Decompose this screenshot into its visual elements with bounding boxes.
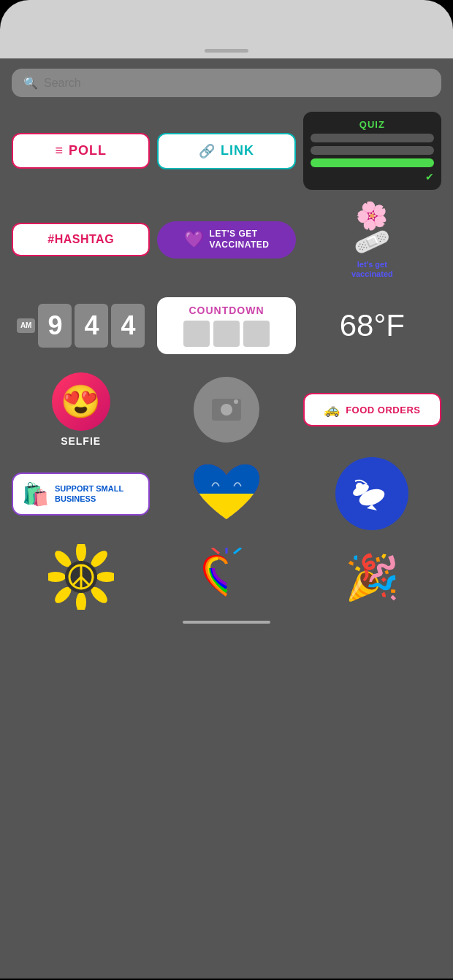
svg-point-8 [356,483,363,490]
ssb-sticker-cell[interactable]: 🛍️ SUPPORT SMALL BUSINESS [12,457,150,530]
quiz-sticker[interactable]: QUIZ ✔ [303,112,441,190]
temp-sticker[interactable]: 68°F [340,308,405,343]
vax-heart-icon: 💜 [184,230,204,249]
quiz-bar-2 [311,146,434,155]
time-hour: 9 [38,304,72,348]
food-label: FOOD ORDERS [346,405,420,416]
vaccinated-purple-sticker[interactable]: 💜 LET'S GET VACCINATED [157,221,295,259]
temp-sticker-cell[interactable]: 68°F [303,289,441,362]
time-min1: 4 [75,304,108,348]
link-icon: 🔗 [199,143,215,159]
ukraine-sticker-cell[interactable] [157,457,295,530]
rainbow-heart-cell[interactable] [157,540,295,613]
countdown-sticker[interactable]: COUNTDOWN [157,297,295,354]
countdown-block-3 [243,321,270,347]
ssb-text: SUPPORT SMALL BUSINESS [55,483,140,505]
ukraine-heart-svg [190,461,263,527]
poll-icon: ≡ [55,143,63,158]
hashtag-sticker-cell[interactable]: #HASHTAG [12,200,150,279]
svg-line-25 [234,548,241,554]
food-sticker-cell[interactable]: 🚕 FOOD ORDERS [303,372,441,447]
quiz-bar-3 [311,158,434,167]
poll-sticker-cell[interactable]: ≡ POLL [12,112,150,190]
svg-rect-3 [190,461,263,494]
poll-sticker[interactable]: ≡ POLL [12,133,150,169]
link-label: LINK [221,143,254,158]
sunflower-peace-svg [48,544,114,610]
vax-text: LET'S GET VACCINATED [210,229,270,251]
celebration-emoji: 🎉 [345,551,400,603]
dove-sticker-cell[interactable] [303,457,441,530]
countdown-blocks [183,321,270,347]
time-sticker-cell[interactable]: AM 9 4 4 [12,289,150,362]
quiz-check-icon: ✔ [311,171,434,183]
bandage-sticker[interactable]: 🌸 🩹 let's get vaccinated [351,200,393,279]
celebration-sticker[interactable]: 🎉 [345,551,400,603]
svg-line-23 [212,548,219,554]
selfie-sticker-cell[interactable]: 😍 SELFIE [12,372,150,447]
food-sticker[interactable]: 🚕 FOOD ORDERS [303,393,441,426]
bandage-caption: let's get vaccinated [351,260,393,279]
time-min2: 4 [111,304,145,348]
link-sticker-cell[interactable]: 🔗 LINK [157,112,295,190]
quiz-sticker-cell[interactable]: QUIZ ✔ [303,112,441,190]
hashtag-sticker[interactable]: #HASHTAG [12,223,150,256]
phone-wrapper: 🔍 ≡ POLL 🔗 LINK QUIZ [0,0,453,980]
hashtag-label: #HASHTAG [47,233,114,246]
search-bar[interactable]: 🔍 [12,69,441,97]
svg-point-16 [48,572,66,582]
search-icon: 🔍 [23,76,38,90]
time-am: AM [17,318,36,333]
link-sticker[interactable]: 🔗 LINK [157,133,295,169]
countdown-block-2 [213,321,240,347]
svg-point-14 [76,592,86,610]
bandage-icon: 🩹 [351,222,393,262]
food-icon: 🚕 [324,402,340,418]
bandage-sticker-cell[interactable]: 🌸 🩹 let's get vaccinated [303,200,441,279]
quiz-label: QUIZ [311,119,434,130]
rainbow-heart-sticker[interactable] [197,548,256,606]
time-sticker[interactable]: AM 9 4 4 [17,304,145,348]
selfie-sticker[interactable]: 😍 SELFIE [52,372,110,447]
ukraine-sticker[interactable] [190,461,263,527]
drag-handle [205,49,248,53]
countdown-sticker-cell[interactable]: COUNTDOWN [157,289,295,362]
selfie-circle: 😍 [52,372,110,431]
top-bar [0,0,453,58]
quiz-bar-1 [311,134,434,142]
dove-sticker[interactable] [335,457,408,530]
svg-rect-4 [190,494,263,527]
vaccinated-purple-cell[interactable]: 💜 LET'S GET VACCINATED [157,200,295,279]
celebration-sticker-cell[interactable]: 🎉 [303,540,441,613]
sticker-sheet: 🔍 ≡ POLL 🔗 LINK QUIZ [0,58,453,979]
photo-sticker[interactable] [194,377,259,443]
sticker-grid: ≡ POLL 🔗 LINK QUIZ ✔ [12,112,441,530]
sunflower-peace-sticker[interactable] [48,544,114,610]
countdown-label: COUNTDOWN [189,305,264,316]
poll-label: POLL [69,143,107,158]
countdown-block-1 [183,321,210,347]
ssb-bag-icon: 🛍️ [22,481,49,507]
svg-point-12 [96,572,114,582]
rainbow-heart-svg [197,548,256,606]
photo-sticker-cell[interactable] [157,372,295,447]
dove-icon-svg [346,468,397,519]
svg-point-10 [76,544,86,562]
bottom-row: 🎉 [12,540,441,613]
ssb-sticker[interactable]: 🛍️ SUPPORT SMALL BUSINESS [12,472,150,516]
svg-point-2 [234,399,238,404]
sunflower-peace-cell[interactable] [12,540,150,613]
photo-icon [208,391,245,428]
selfie-emoji: 😍 [61,383,101,421]
selfie-label: SELFIE [61,435,101,447]
search-input[interactable] [44,77,430,90]
home-indicator [183,621,270,624]
svg-point-1 [221,404,232,416]
